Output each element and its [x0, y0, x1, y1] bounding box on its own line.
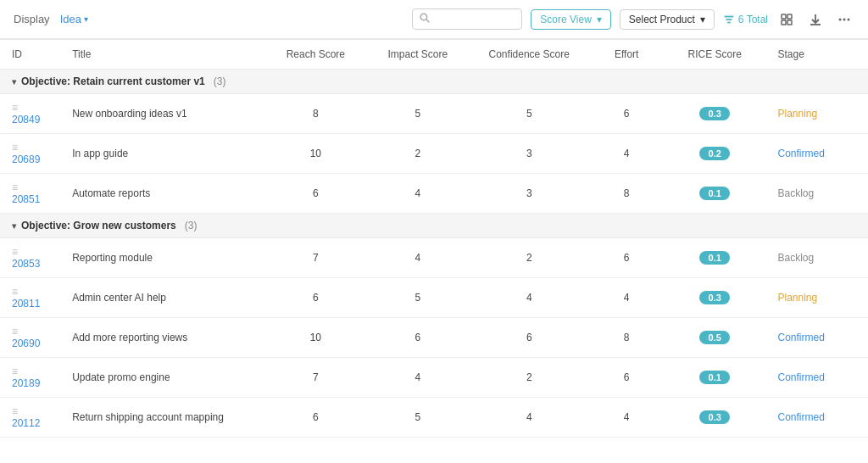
cell-title: Reporting module	[60, 238, 264, 278]
stage-label: Confirmed	[777, 371, 824, 383]
svg-line-1	[426, 20, 429, 22]
rice-badge: 0.5	[699, 331, 730, 344]
grid-view-button[interactable]	[776, 9, 797, 30]
stage-label: Confirmed	[777, 332, 824, 343]
stage-label: Backlog	[777, 187, 814, 199]
stage-label: Backlog	[777, 252, 814, 264]
more-options-button[interactable]	[834, 9, 854, 30]
chevron-down-icon: ▾	[12, 221, 16, 231]
cell-impact: 5	[367, 398, 469, 438]
rice-badge: 0.1	[699, 251, 730, 265]
cell-confidence: 2	[469, 358, 589, 398]
stage-label: Planning	[777, 108, 817, 120]
cell-rice: 0.1	[664, 358, 765, 398]
cell-stage: Confirmed	[765, 134, 868, 174]
rice-badge: 0.3	[699, 107, 730, 120]
cell-effort: 6	[589, 238, 664, 278]
cell-reach: 7	[264, 238, 366, 278]
drag-handle[interactable]: ≡	[12, 405, 18, 417]
cell-reach: 6	[264, 398, 366, 438]
filter-button[interactable]: 6 Total	[723, 14, 768, 25]
id-link[interactable]: 20189	[12, 377, 40, 389]
drag-handle[interactable]: ≡	[12, 365, 18, 377]
drag-handle[interactable]: ≡	[12, 326, 18, 337]
drag-handle[interactable]: ≡	[12, 142, 18, 153]
table-row: ≡ 20811 Admin center AI help 6 5 4 4 0.3…	[0, 278, 868, 318]
stage-label: Planning	[777, 292, 817, 304]
table-row: ≡ 20112 Return shipping account mapping …	[0, 398, 868, 438]
search-icon	[420, 13, 430, 25]
cell-id: ≡ 20112	[0, 398, 60, 438]
id-link[interactable]: 20811	[12, 298, 40, 310]
product-dropdown[interactable]: Select Product ▾	[620, 9, 715, 30]
cell-reach: 10	[264, 318, 366, 358]
product-label: Select Product	[629, 14, 695, 25]
drag-handle[interactable]: ≡	[12, 102, 18, 114]
cell-title: Add more reporting views	[60, 318, 264, 358]
cell-reach: 7	[264, 358, 366, 398]
rice-badge: 0.1	[699, 187, 730, 200]
drag-handle[interactable]: ≡	[12, 246, 18, 258]
display-dropdown[interactable]: Idea ▾	[60, 13, 88, 25]
search-box[interactable]	[412, 8, 522, 30]
cell-impact: 2	[367, 134, 469, 174]
cell-effort: 6	[589, 358, 664, 398]
table-row: ≡ 20853 Reporting module 7 4 2 6 0.1 Bac…	[0, 238, 868, 278]
group-header-row[interactable]: ▾ Objective: Grow new customers (3)	[0, 214, 868, 238]
cell-confidence: 5	[469, 94, 589, 134]
rice-badge: 0.2	[699, 147, 730, 160]
cell-effort: 4	[589, 398, 664, 438]
cell-confidence: 4	[469, 278, 589, 318]
svg-point-12	[843, 18, 846, 20]
cell-id: ≡ 20811	[0, 278, 60, 318]
cell-id: ≡ 20853	[0, 238, 60, 278]
svg-rect-5	[782, 14, 786, 19]
cell-stage: Planning	[765, 94, 868, 134]
id-link[interactable]: 20112	[12, 417, 40, 429]
score-view-dropdown[interactable]: Score View ▾	[531, 9, 610, 30]
cell-confidence: 4	[469, 398, 589, 438]
score-view-label: Score View	[540, 14, 591, 25]
svg-rect-6	[787, 14, 792, 19]
cell-title: New onboarding ideas v1	[60, 94, 264, 134]
cell-title: Automate reports	[60, 174, 264, 214]
cell-confidence: 6	[469, 318, 589, 358]
cell-id: ≡ 20851	[0, 174, 60, 214]
rice-badge: 0.3	[699, 410, 730, 424]
cell-stage: Backlog	[765, 174, 868, 214]
col-header-title: Title	[60, 40, 264, 70]
group-header-row[interactable]: ▾ Objective: Retain current customer v1 …	[0, 70, 868, 94]
search-input[interactable]	[435, 14, 503, 25]
filter-icon	[723, 14, 735, 25]
drag-handle[interactable]: ≡	[12, 181, 18, 193]
id-link[interactable]: 20690	[12, 337, 40, 349]
cell-title: In app guide	[60, 134, 264, 174]
chevron-down-icon: ▾	[84, 14, 88, 24]
drag-handle[interactable]: ≡	[12, 286, 18, 298]
filter-label-text: 6 Total	[738, 14, 768, 25]
id-link[interactable]: 20689	[12, 153, 40, 165]
cell-effort: 4	[589, 134, 664, 174]
cell-rice: 0.5	[664, 318, 765, 358]
cell-rice: 0.3	[664, 278, 765, 318]
cell-confidence: 2	[469, 238, 589, 278]
col-header-confidence: Confidence Score	[469, 40, 589, 70]
id-link[interactable]: 20849	[12, 114, 40, 126]
id-link[interactable]: 20851	[12, 193, 40, 205]
svg-point-13	[848, 18, 850, 20]
cell-id: ≡ 20849	[0, 94, 60, 134]
table-row: ≡ 20189 Update promo engine 7 4 2 6 0.1 …	[0, 358, 868, 398]
display-value: Idea	[60, 13, 81, 25]
col-header-stage: Stage	[765, 40, 868, 70]
svg-point-0	[420, 14, 427, 20]
table-header-row: ID Title Reach Score Impact Score Confid…	[0, 40, 868, 70]
download-button[interactable]	[805, 9, 826, 30]
rice-badge: 0.3	[699, 291, 730, 304]
cell-rice: 0.3	[664, 398, 765, 438]
cell-rice: 0.1	[664, 238, 765, 278]
cell-impact: 4	[367, 358, 469, 398]
cell-title: Update promo engine	[60, 358, 264, 398]
chevron-down-icon: ▾	[597, 14, 602, 25]
id-link[interactable]: 20853	[12, 258, 40, 270]
cell-title: Admin center AI help	[60, 278, 264, 318]
